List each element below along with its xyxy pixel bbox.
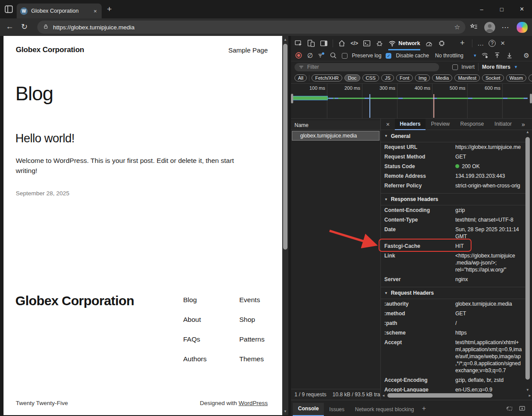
more-filters-button[interactable]: More filters bbox=[482, 64, 511, 70]
profile-avatar[interactable] bbox=[484, 22, 495, 33]
headers-hscrollbar[interactable]: ◄ ► bbox=[381, 392, 532, 399]
close-devtools-icon[interactable]: × bbox=[500, 39, 505, 48]
footer-link[interactable]: Shop bbox=[239, 316, 265, 324]
close-window-button[interactable]: × bbox=[512, 5, 532, 13]
network-conditions-icon[interactable] bbox=[481, 52, 489, 60]
footer-link[interactable]: Patterns bbox=[239, 335, 265, 343]
disable-cache-checkbox[interactable]: ✓ bbox=[386, 53, 391, 59]
footer-site-title[interactable]: Globex Corporation bbox=[15, 293, 134, 308]
footer-link[interactable]: Blog bbox=[183, 296, 206, 304]
close-details-icon[interactable]: × bbox=[381, 121, 394, 128]
chip-all[interactable]: All bbox=[294, 74, 307, 81]
chip-manifest[interactable]: Manifest bbox=[454, 74, 480, 81]
device-emulation-icon[interactable] bbox=[307, 39, 315, 47]
maximize-button[interactable]: □ bbox=[492, 6, 512, 13]
timeline-right-handle[interactable] bbox=[530, 94, 532, 103]
inspect-element-icon[interactable] bbox=[294, 39, 302, 47]
elements-panel-icon[interactable]: </> bbox=[351, 40, 358, 46]
chip-other[interactable]: Other bbox=[528, 74, 532, 81]
timeline-left-handle[interactable] bbox=[291, 94, 293, 103]
nav-link-sample-page[interactable]: Sample Page bbox=[228, 46, 268, 54]
tab-network[interactable]: Network bbox=[388, 36, 420, 50]
welcome-home-icon[interactable] bbox=[338, 39, 346, 47]
more-tabs-icon[interactable]: » bbox=[521, 121, 532, 128]
more-options-icon[interactable]: … bbox=[477, 39, 484, 47]
wordpress-link[interactable]: WordPress bbox=[238, 400, 268, 406]
preserve-log-checkbox[interactable] bbox=[342, 53, 348, 59]
clear-icon[interactable]: ∅ bbox=[307, 52, 313, 60]
throttling-select[interactable]: No throttling bbox=[435, 53, 464, 59]
debugger-bug-icon[interactable] bbox=[376, 39, 383, 47]
disable-cache-label[interactable]: Disable cache bbox=[396, 53, 429, 59]
back-button[interactable]: ← bbox=[6, 22, 14, 31]
scroll-up-icon[interactable]: ▲ bbox=[525, 130, 530, 134]
headers-scrollbar[interactable]: ▲ ▼ bbox=[525, 130, 530, 392]
minimize-button[interactable]: – bbox=[472, 6, 492, 13]
throttling-dropdown-icon[interactable]: ▼ bbox=[473, 53, 477, 58]
chip-media[interactable]: Media bbox=[432, 74, 452, 81]
request-row-selected[interactable]: globex.turnipjuice.media bbox=[292, 131, 379, 141]
scroll-up-icon[interactable]: ▲ bbox=[282, 38, 288, 42]
chip-font[interactable]: Font bbox=[396, 74, 413, 81]
footer-link[interactable]: Events bbox=[239, 296, 265, 304]
network-overview-timeline[interactable]: 100 ms 200 ms 300 ms 400 ms 500 ms 600 m… bbox=[291, 84, 532, 119]
page-scrollbar[interactable]: ▲ ▼ bbox=[282, 36, 288, 415]
section-header-response[interactable]: ▼Response Headers bbox=[381, 193, 527, 205]
dock-quick-view-icon[interactable] bbox=[506, 405, 513, 412]
drawer-tab-issues[interactable]: Issues bbox=[324, 404, 350, 416]
post-title-link[interactable]: Hello world! bbox=[15, 132, 74, 145]
chip-css[interactable]: CSS bbox=[362, 74, 379, 81]
section-header-general[interactable]: ▼General bbox=[381, 130, 527, 142]
export-har-icon[interactable] bbox=[506, 52, 514, 60]
tab-close-icon[interactable]: × bbox=[92, 8, 98, 14]
network-settings-gear-icon[interactable]: ⚙ bbox=[523, 52, 529, 60]
url-text[interactable]: https://globex.turnipjuice.media bbox=[53, 24, 450, 31]
address-bar[interactable]: https://globex.turnipjuice.media ☆ bbox=[37, 21, 465, 34]
footer-link[interactable]: About bbox=[183, 316, 206, 324]
scroll-down-icon[interactable]: ▼ bbox=[282, 409, 288, 413]
chip-doc[interactable]: Doc bbox=[344, 74, 360, 81]
chip-fetch-xhr[interactable]: Fetch/XHR bbox=[312, 74, 342, 81]
favorites-list-icon[interactable] bbox=[470, 23, 478, 33]
chip-wasm[interactable]: Wasm bbox=[506, 74, 527, 81]
tab-preview[interactable]: Preview bbox=[426, 119, 455, 130]
add-drawer-tab-icon[interactable]: + bbox=[419, 403, 430, 416]
new-tab-button[interactable]: + bbox=[107, 4, 112, 14]
record-icon[interactable] bbox=[295, 52, 303, 60]
refresh-button[interactable]: ↻ bbox=[21, 22, 28, 32]
footer-link[interactable]: Themes bbox=[239, 355, 265, 363]
browser-tab[interactable]: W Globex Corporation × bbox=[17, 4, 102, 18]
headers-scrollbar-thumb[interactable] bbox=[525, 137, 530, 380]
headers-hscrollbar-thumb[interactable] bbox=[387, 393, 493, 398]
console-panel-icon[interactable] bbox=[363, 39, 371, 47]
page-scrollbar-thumb[interactable] bbox=[283, 44, 287, 250]
chip-js[interactable]: JS bbox=[381, 74, 394, 81]
section-header-request[interactable]: ▼Request Headers bbox=[381, 287, 527, 299]
memory-chip-icon[interactable] bbox=[438, 39, 446, 47]
performance-icon[interactable] bbox=[425, 39, 433, 47]
invert-label[interactable]: Invert bbox=[461, 64, 475, 70]
collapse-triangle-icon[interactable]: ▼ bbox=[384, 291, 388, 295]
browser-menu-icon[interactable]: … bbox=[501, 21, 509, 30]
tab-headers[interactable]: Headers bbox=[395, 119, 425, 130]
filter-icon[interactable] bbox=[317, 52, 325, 60]
expand-quick-view-icon[interactable] bbox=[518, 405, 526, 412]
filter-input[interactable]: Filter bbox=[294, 63, 439, 71]
drawer-tab-console[interactable]: Console bbox=[293, 403, 324, 416]
scroll-right-icon[interactable]: ► bbox=[528, 394, 532, 398]
name-column-header[interactable]: Name bbox=[291, 120, 380, 130]
search-icon[interactable] bbox=[330, 52, 337, 60]
tab-actions-icon[interactable] bbox=[4, 4, 14, 14]
drawer-tab-network-request-blocking[interactable]: Network request blocking bbox=[350, 404, 419, 416]
add-panel-icon[interactable]: + bbox=[460, 39, 465, 48]
scroll-left-icon[interactable]: ◄ bbox=[381, 394, 386, 398]
copilot-icon[interactable] bbox=[517, 22, 528, 33]
chip-socket[interactable]: Socket bbox=[482, 74, 504, 81]
import-har-icon[interactable] bbox=[493, 52, 501, 60]
scroll-down-icon[interactable]: ▼ bbox=[525, 388, 530, 392]
more-filters-dropdown-icon[interactable]: ▼ bbox=[514, 65, 518, 69]
preserve-log-label[interactable]: Preserve log bbox=[352, 53, 381, 59]
invert-checkbox[interactable] bbox=[452, 64, 458, 70]
chip-img[interactable]: Img bbox=[415, 74, 430, 81]
tab-initiator[interactable]: Initiator bbox=[489, 119, 516, 130]
